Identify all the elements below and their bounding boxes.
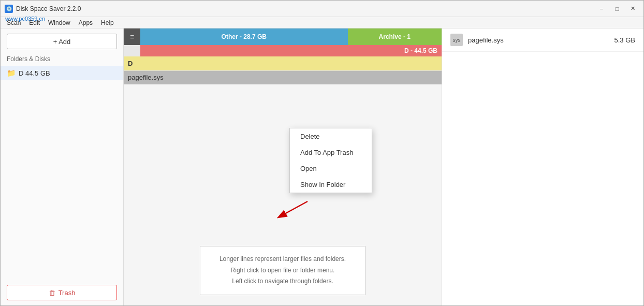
- context-menu: Delete Add To App Trash Open Show In Fol…: [289, 128, 372, 193]
- app-window: 💿 Disk Space Saver 2.2.0 − □ ✕ Scan Edit…: [0, 0, 644, 306]
- right-panel: sys pagefile.sys 5.3 GB: [442, 28, 643, 305]
- app-title: Disk Space Saver 2.2.0: [16, 5, 81, 12]
- main-area: ≡ Other - 28.7 GB Archive - 1 D - 44.5 G…: [124, 28, 442, 305]
- ctx-delete[interactable]: Delete: [290, 128, 372, 144]
- menu-apps[interactable]: Apps: [75, 18, 97, 27]
- title-bar: 💿 Disk Space Saver 2.2.0 − □ ✕: [1, 1, 643, 17]
- hint-line1: Longer lines represent larger files and …: [211, 254, 355, 265]
- folders-disks-label: Folders & Disks: [1, 53, 123, 65]
- disk-bar: ≡ Other - 28.7 GB Archive - 1: [124, 28, 442, 45]
- file-row-pagefile[interactable]: pagefile.sys: [124, 71, 442, 84]
- d-bar-spacer: [124, 45, 140, 56]
- disk-label: D 44.5 GB: [19, 69, 50, 77]
- minimize-button[interactable]: −: [595, 4, 608, 14]
- trash-button[interactable]: 🗑 Trash: [7, 285, 117, 300]
- disk-item-d[interactable]: 📁 D 44.5 GB: [1, 66, 123, 80]
- trash-label: Trash: [58, 289, 76, 297]
- menu-window[interactable]: Window: [44, 18, 75, 27]
- arrow-indicator: [271, 196, 313, 224]
- disk-bar-toggle[interactable]: ≡: [124, 28, 140, 45]
- ctx-add-to-app-trash[interactable]: Add To App Trash: [290, 144, 372, 161]
- bar-segment-archive: Archive - 1: [348, 28, 442, 45]
- hint-line3: Left click to navigate through folders.: [211, 276, 355, 287]
- disk-icon: 📁: [7, 69, 16, 77]
- app-icon: 💿: [5, 5, 13, 13]
- menu-bar: Scan Edit Window Apps Help: [1, 17, 643, 28]
- sidebar-spacer: [1, 81, 123, 280]
- window-controls: − □ ✕: [595, 4, 639, 14]
- right-filename: pagefile.sys: [468, 36, 609, 44]
- d-bar-row: D - 44.5 GB: [124, 45, 442, 56]
- trash-icon: 🗑: [49, 289, 55, 297]
- treemap-content: D pagefile.sys: [124, 56, 442, 84]
- add-button[interactable]: + Add: [7, 34, 117, 49]
- svg-line-1: [279, 201, 308, 217]
- ctx-open[interactable]: Open: [290, 161, 372, 177]
- sidebar: + Add Folders & Disks 📁 D 44.5 GB 🗑 Tras…: [1, 28, 124, 305]
- d-bar-full: D - 44.5 GB: [140, 45, 442, 56]
- file-doc-icon: sys: [450, 34, 463, 46]
- treemap-area: D pagefile.sys Delete Add To App Trash O…: [124, 56, 442, 305]
- disk-bar-segments: Other - 28.7 GB Archive - 1: [140, 28, 442, 45]
- bar-segment-other: Other - 28.7 GB: [140, 28, 348, 45]
- title-left: 💿 Disk Space Saver 2.2.0: [5, 5, 81, 13]
- folder-header-d[interactable]: D: [124, 56, 442, 71]
- menu-help[interactable]: Help: [97, 18, 118, 27]
- hint-box: Longer lines represent larger files and …: [200, 246, 365, 295]
- right-filesize: 5.3 GB: [614, 36, 635, 44]
- close-button[interactable]: ✕: [626, 4, 639, 14]
- maximize-button[interactable]: □: [610, 4, 624, 14]
- ctx-show-in-folder[interactable]: Show In Folder: [290, 177, 372, 193]
- right-panel-file-item: sys pagefile.sys 5.3 GB: [442, 28, 643, 52]
- hint-line2: Right click to open file or folder menu.: [211, 265, 355, 276]
- app-body: + Add Folders & Disks 📁 D 44.5 GB 🗑 Tras…: [1, 28, 643, 305]
- watermark: www.pc0359.cn: [5, 16, 45, 22]
